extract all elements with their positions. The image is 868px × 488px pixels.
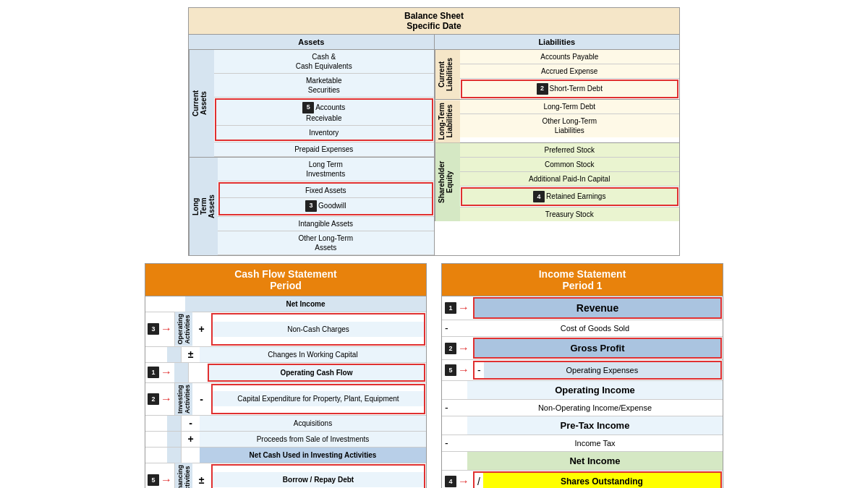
investing-activities-label: InvestingActivities	[174, 383, 192, 415]
minus-nop: -	[445, 402, 448, 414]
ni-op	[182, 448, 200, 463]
inv-act-spacer3	[167, 448, 182, 463]
non-op-row: - Non-Operating Income/Expense	[442, 400, 723, 416]
minus-op-1: -	[192, 383, 210, 415]
net-investing-cell: Net Cash Used in Investing Activities	[200, 448, 426, 463]
other-long-term-liab-item: Other Long-TermLiabilities	[460, 114, 680, 137]
net-income-cell: Net Income	[185, 296, 426, 312]
net-income-is-cell: Net Income	[467, 452, 723, 470]
operating-cf-cell: Operating Cash Flow	[209, 365, 424, 380]
badge-area-4-is: 4 →	[442, 471, 472, 488]
cogs-row: - Cost of Goods Sold	[442, 320, 723, 337]
spacer-acq	[145, 416, 167, 431]
borrow-cell: Borrow / Repay Debt	[213, 472, 424, 487]
accrued-expense-item: Accrued Expense	[460, 64, 680, 79]
long-term-assets-section: LongTermAssets Long TermInvestments Fixe…	[189, 158, 434, 255]
opex-inner: - Operating Expenses	[475, 362, 720, 378]
badge-empty-tax: -	[442, 435, 467, 451]
badge-empty-oi	[442, 381, 467, 399]
cash-item: Cash &Cash Equivalents	[214, 50, 434, 74]
plus-op-2: +	[182, 432, 200, 447]
balance-sheet: Balance Sheet Specific Date Assets Liabi…	[188, 7, 680, 256]
op-cf-box: Operating Cash Flow	[208, 364, 425, 382]
revenue-row: 1 → Revenue	[442, 296, 723, 320]
badge-5-cf: 5	[148, 474, 159, 486]
red-arrow-5-is: →	[458, 364, 469, 377]
acquisitions-cell: Acquisitions	[200, 416, 426, 431]
minus-opex: -	[475, 364, 484, 376]
goodwill-item: 3Goodwill	[220, 198, 432, 214]
income-statement: Income Statement Period 1 1 → Revenue - …	[441, 263, 723, 488]
acquisitions-row: - Acquisitions	[145, 416, 426, 432]
current-liab-group: CurrentLiabilities Accounts Payable Accr…	[435, 50, 680, 100]
revenue-cell: Revenue	[475, 299, 720, 317]
inv-act-spacer	[167, 416, 182, 431]
long-term-debt-item: Long-Term Debt	[460, 100, 680, 114]
fixed-goodwill-group: Fixed Assets 3Goodwill	[218, 182, 433, 215]
cf-title: Cash Flow Statement Period	[145, 264, 426, 296]
minus-op-2: -	[182, 416, 200, 431]
shareholder-equity-label: ShareholderEquity	[435, 143, 460, 221]
badge-2-liab: 2	[537, 83, 548, 95]
working-cap-cell: Changes In Working Capital	[200, 347, 426, 362]
badge-2-is: 2	[445, 343, 456, 354]
badge-5-is: 5	[445, 364, 456, 376]
bs-header-row: Assets Liabilities	[189, 35, 679, 50]
operating-activities-label: OperatingActivities	[174, 312, 192, 346]
borrow-row: 5 → FinancingActivities ± Borrow / Repay…	[145, 463, 426, 488]
preferred-stock-item: Preferred Stock	[460, 143, 680, 158]
opex-cell: Operating Expenses	[484, 362, 720, 378]
current-assets-items: Cash &Cash Equivalents MarketableSecurit…	[214, 50, 434, 157]
badge-5: 5	[302, 102, 314, 114]
capex-cell: Capital Expenditure for Property, Plant,…	[213, 391, 424, 406]
pre-tax-cell: Pre-Tax Income	[467, 416, 723, 435]
red-arrow-2: →	[161, 393, 172, 406]
badge-4-equity: 4	[533, 191, 545, 202]
long-term-investments-item: Long TermInvestments	[218, 158, 434, 181]
shares-cell: Shares Outstanding	[483, 473, 720, 488]
marketable-securities-item: MarketableSecurities	[214, 74, 434, 98]
red-arrow-1-is: →	[458, 301, 469, 314]
shareholder-equity-group: ShareholderEquity Preferred Stock Common…	[435, 143, 680, 221]
pre-tax-row: Pre-Tax Income	[442, 416, 723, 435]
badge-area-1: 1 →	[145, 363, 174, 382]
spacer1	[145, 296, 171, 312]
plus-op-1: +	[192, 312, 210, 346]
is-title: Income Statement Period 1	[442, 264, 723, 296]
cogs-cell: Cost of Goods Sold	[467, 320, 723, 336]
capex-box: Capital Expenditure for Property, Plant,…	[211, 384, 425, 414]
bs-body: CurrentAssets Cash &Cash Equivalents Mar…	[189, 50, 679, 255]
shares-inner: / Shares Outstanding	[475, 473, 720, 488]
bs-title: Balance Sheet Specific Date	[189, 8, 679, 35]
short-term-debt-item: 2Short-Term Debt	[462, 81, 678, 97]
revenue-box: Revenue	[473, 297, 722, 319]
gross-profit-row: 2 → Gross Profit	[442, 337, 723, 360]
income-tax-cell: Income Tax	[467, 435, 723, 451]
op-act-spacer	[167, 347, 182, 362]
capex-row: 2 → InvestingActivities - Capital Expend…	[145, 383, 426, 416]
badge-area-5: 5 →	[145, 463, 174, 488]
additional-paid-in-item: Additional Paid-In Capital	[460, 172, 680, 187]
current-assets-section: CurrentAssets Cash &Cash Equivalents Mar…	[189, 50, 434, 158]
long-term-assets-items: Long TermInvestments Fixed Assets 3Goodw…	[218, 158, 434, 255]
badge-1-cf: 1	[148, 367, 159, 378]
operating-cf-row: 1 → Operating Cash Flow	[145, 363, 426, 383]
badge-area-empty-cogs: -	[442, 320, 467, 336]
treasury-stock-item: Treasury Stock	[460, 207, 680, 221]
proceeds-cell: Proceeds from Sale of Investments	[200, 432, 426, 447]
bs-liabilities-col: CurrentLiabilities Accounts Payable Accr…	[435, 50, 680, 255]
opex-row: 5 → - Operating Expenses	[442, 360, 723, 381]
badge-area-empty1	[145, 347, 167, 362]
gross-profit-cell: Gross Profit	[475, 339, 720, 357]
minus-cogs: -	[445, 322, 448, 334]
pm-op-2: ±	[192, 463, 210, 488]
bottom-section: Cash Flow Statement Period Net Income 3 …	[7, 263, 861, 488]
badge-area-1-is: 1 →	[442, 296, 472, 320]
shares-row: 4 → / Shares Outstanding	[442, 471, 723, 488]
working-cap-row: ± Changes In Working Capital	[145, 347, 426, 363]
proceeds-row: + Proceeds from Sale of Investments	[145, 432, 426, 448]
badge-area-5-is: 5 →	[442, 360, 472, 380]
non-cash-cell: Non-Cash Charges	[213, 322, 424, 337]
non-cash-cell-box: Non-Cash Charges	[211, 313, 425, 346]
badge-1-is: 1	[445, 302, 456, 314]
